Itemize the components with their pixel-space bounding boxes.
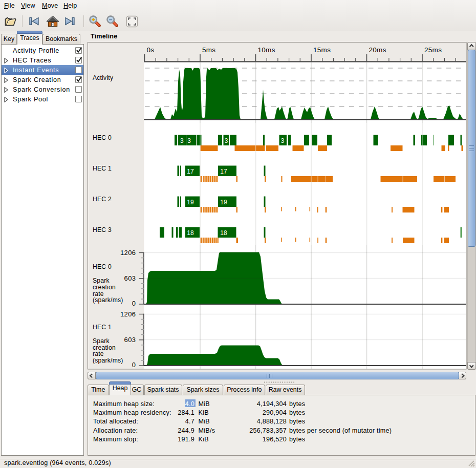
svg-text:17: 17 <box>220 168 227 175</box>
svg-text:Activity: Activity <box>93 74 114 81</box>
svg-text:0: 0 <box>132 361 136 369</box>
svg-text:HEC 3: HEC 3 <box>93 226 112 233</box>
svg-text:20ms: 20ms <box>369 46 386 54</box>
svg-text:3: 3 <box>187 137 191 144</box>
svg-text:HEC 0: HEC 0 <box>93 134 112 141</box>
svg-text:(spark/ms): (spark/ms) <box>93 296 123 304</box>
svg-text:603: 603 <box>124 274 136 282</box>
svg-text:1206: 1206 <box>120 310 136 318</box>
svg-text:1206: 1206 <box>120 249 136 257</box>
svg-text:15ms: 15ms <box>313 46 331 54</box>
svg-text:18: 18 <box>220 229 227 237</box>
svg-text:Spark: Spark <box>93 277 110 284</box>
svg-text:18: 18 <box>187 229 194 237</box>
svg-text:HEC 1: HEC 1 <box>93 324 112 331</box>
svg-text:25ms: 25ms <box>424 46 442 54</box>
svg-text:3: 3 <box>281 137 285 144</box>
svg-text:19: 19 <box>187 199 194 206</box>
svg-text:603: 603 <box>124 336 136 344</box>
svg-text:10ms: 10ms <box>258 46 275 54</box>
svg-text:creation: creation <box>93 284 116 291</box>
svg-text:HEC 2: HEC 2 <box>93 196 112 203</box>
svg-text:0: 0 <box>132 300 136 307</box>
svg-text:3: 3 <box>180 137 184 144</box>
svg-text:5ms: 5ms <box>202 46 215 54</box>
svg-text:(spark/ms): (spark/ms) <box>93 357 123 364</box>
svg-text:17: 17 <box>187 168 194 175</box>
svg-text:0s: 0s <box>147 46 155 54</box>
svg-text:3: 3 <box>225 137 228 144</box>
svg-text:Spark: Spark <box>93 337 110 345</box>
svg-text:HEC 0: HEC 0 <box>93 263 112 270</box>
svg-text:HEC 1: HEC 1 <box>93 165 112 172</box>
svg-text:19: 19 <box>220 199 227 206</box>
